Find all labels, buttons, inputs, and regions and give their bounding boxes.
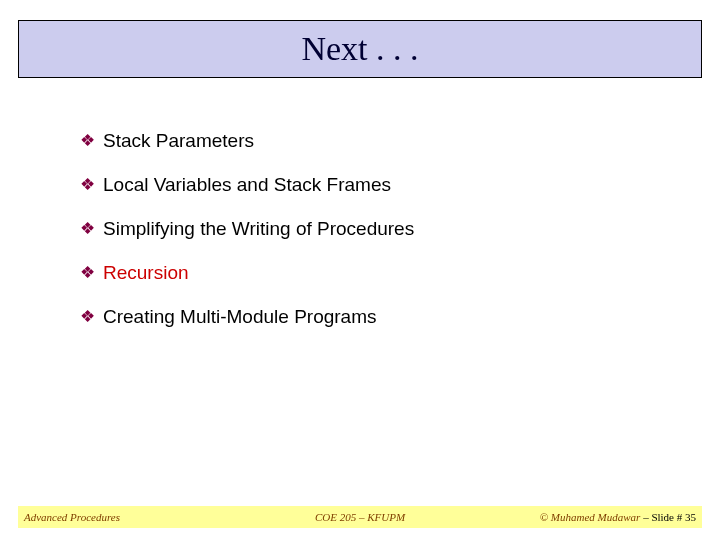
list-item: ❖ Recursion [80, 262, 660, 284]
slide-title: Next . . . [301, 30, 418, 68]
diamond-bullet-icon: ❖ [80, 262, 95, 284]
footer-bar: Advanced Procedures COE 205 – KFUPM © Mu… [18, 506, 702, 528]
bullet-text: Local Variables and Stack Frames [103, 174, 391, 196]
title-bar: Next . . . [18, 20, 702, 78]
footer-center: COE 205 – KFUPM [248, 511, 472, 523]
diamond-bullet-icon: ❖ [80, 130, 95, 152]
footer-slide-number: – Slide # 35 [640, 511, 696, 523]
list-item: ❖ Creating Multi-Module Programs [80, 306, 660, 328]
diamond-bullet-icon: ❖ [80, 218, 95, 240]
bullet-text: Simplifying the Writing of Procedures [103, 218, 414, 240]
footer-right: © Muhamed Mudawar – Slide # 35 [472, 511, 702, 523]
footer-copyright: © Muhamed Mudawar [540, 511, 641, 523]
bullet-list: ❖ Stack Parameters ❖ Local Variables and… [80, 130, 660, 350]
footer-left: Advanced Procedures [18, 511, 248, 523]
list-item: ❖ Stack Parameters [80, 130, 660, 152]
diamond-bullet-icon: ❖ [80, 306, 95, 328]
bullet-text: Creating Multi-Module Programs [103, 306, 377, 328]
bullet-text-highlight: Recursion [103, 262, 189, 284]
list-item: ❖ Simplifying the Writing of Procedures [80, 218, 660, 240]
diamond-bullet-icon: ❖ [80, 174, 95, 196]
bullet-text: Stack Parameters [103, 130, 254, 152]
list-item: ❖ Local Variables and Stack Frames [80, 174, 660, 196]
